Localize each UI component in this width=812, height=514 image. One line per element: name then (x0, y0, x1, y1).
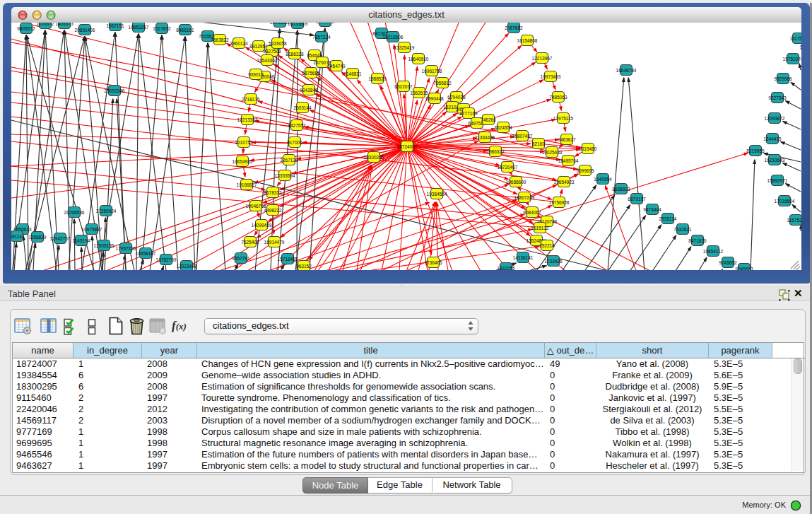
svg-text:963152: 963152 (296, 264, 312, 269)
svg-text:10653267: 10653267 (129, 25, 149, 30)
svg-text:8466161: 8466161 (176, 28, 194, 33)
svg-text:15720407: 15720407 (498, 165, 518, 170)
svg-text:3267130: 3267130 (280, 158, 298, 163)
svg-text:10958107: 10958107 (136, 251, 156, 256)
svg-text:15892971: 15892971 (767, 178, 788, 183)
svg-text:19166827: 19166827 (237, 182, 257, 187)
svg-text:9242848: 9242848 (300, 88, 318, 93)
svg-text:8938923: 8938923 (612, 187, 630, 192)
svg-text:7625402: 7625402 (241, 240, 259, 245)
svg-text:1736465: 1736465 (424, 260, 442, 265)
svg-text:19218506: 19218506 (383, 35, 404, 40)
svg-text:7955812: 7955812 (433, 81, 452, 86)
svg-text:6990448: 6990448 (425, 96, 444, 101)
svg-text:7485063: 7485063 (549, 95, 567, 100)
svg-text:16914479: 16914479 (264, 240, 285, 245)
svg-text:15751074: 15751074 (783, 57, 801, 62)
svg-text:1832055: 1832055 (497, 266, 515, 271)
svg-text:7663822: 7663822 (211, 37, 229, 42)
svg-text:9777169: 9777169 (459, 111, 478, 116)
svg-text:1156829: 1156829 (29, 235, 47, 240)
svg-text:19756928: 19756928 (549, 200, 570, 205)
svg-text:16961758: 16961758 (422, 69, 442, 74)
svg-text:746266: 746266 (481, 117, 496, 122)
svg-text:1733426: 1733426 (544, 259, 563, 264)
svg-text:9084067: 9084067 (523, 210, 541, 215)
svg-text:1640954: 1640954 (594, 177, 612, 182)
svg-text:1167533: 1167533 (787, 218, 801, 223)
svg-text:9146821: 9146821 (343, 71, 362, 76)
svg-text:9327503: 9327503 (263, 49, 281, 54)
svg-text:3960124: 3960124 (230, 41, 248, 46)
svg-text:1603381: 1603381 (316, 23, 334, 24)
svg-text:62160: 62160 (532, 141, 545, 146)
svg-text:10654935: 10654935 (233, 159, 253, 164)
svg-text:9463627: 9463627 (558, 137, 576, 142)
svg-text:1588520: 1588520 (368, 76, 387, 81)
svg-text:10654112: 10654112 (703, 249, 724, 254)
svg-text:9427552: 9427552 (288, 123, 306, 128)
svg-text:252214: 252214 (539, 243, 555, 248)
svg-text:9474444: 9474444 (643, 207, 661, 212)
svg-text:16154808: 16154808 (517, 38, 538, 43)
svg-text:391141: 391141 (11, 234, 25, 239)
svg-text:9227343: 9227343 (768, 95, 787, 100)
svg-text:20691406: 20691406 (75, 28, 95, 33)
svg-text:19654923: 19654923 (554, 180, 575, 185)
svg-text:12505135: 12505135 (94, 243, 114, 248)
svg-text:18724007: 18724007 (397, 144, 418, 149)
svg-text:18640910: 18640910 (408, 57, 429, 62)
svg-text:12213967: 12213967 (532, 56, 553, 61)
svg-text:9657791: 9657791 (232, 256, 250, 261)
svg-text:8186328: 8186328 (286, 52, 304, 57)
svg-text:18807249: 18807249 (514, 195, 535, 200)
svg-text:20206536: 20206536 (64, 210, 85, 215)
svg-text:7632621: 7632621 (673, 227, 692, 232)
svg-text:10688609: 10688609 (506, 180, 526, 185)
svg-text:6879197: 6879197 (628, 197, 646, 201)
svg-text:7857224: 7857224 (312, 35, 331, 40)
svg-text:16782759: 16782759 (156, 257, 177, 262)
svg-text:1362615: 1362615 (410, 90, 428, 95)
svg-text:10543362: 10543362 (257, 58, 278, 63)
svg-text:14136141: 14136141 (513, 255, 534, 260)
svg-text:13353594: 13353594 (275, 173, 295, 178)
svg-text:1117533: 1117533 (790, 36, 801, 41)
svg-text:8678332: 8678332 (264, 190, 282, 195)
svg-text:1244415: 1244415 (763, 136, 782, 141)
svg-text:6322037: 6322037 (394, 84, 413, 89)
svg-text:10807487: 10807487 (512, 134, 533, 139)
svg-text:12023448: 12023448 (177, 264, 197, 269)
svg-text:6794028: 6794028 (447, 95, 466, 100)
svg-text:17957225: 17957225 (116, 246, 136, 251)
svg-text:16210643: 16210643 (765, 158, 785, 163)
svg-text:2718176: 2718176 (242, 97, 260, 102)
svg-text:1615132: 1615132 (531, 226, 549, 230)
svg-text:2603144: 2603144 (293, 105, 312, 110)
svg-text:12975115: 12975115 (553, 116, 574, 121)
svg-text:9329966: 9329966 (774, 76, 792, 81)
svg-text:29053346: 29053346 (105, 88, 125, 93)
svg-text:10975887: 10975887 (82, 227, 102, 232)
svg-text:12942757: 12942757 (50, 236, 71, 241)
svg-text:18495764: 18495764 (558, 158, 579, 163)
svg-text:9405572: 9405572 (17, 26, 35, 31)
svg-text:12093872: 12093872 (765, 116, 785, 121)
svg-text:1010755: 1010755 (235, 140, 253, 145)
svg-text:18300295: 18300295 (364, 155, 384, 160)
svg-text:1405573: 1405573 (55, 23, 73, 26)
svg-text:16648784: 16648784 (616, 68, 637, 73)
svg-text:5875685: 5875685 (302, 71, 320, 76)
svg-text:9245653: 9245653 (735, 267, 753, 271)
svg-text:16033809: 16033809 (288, 23, 308, 26)
svg-text:8215955: 8215955 (746, 148, 765, 153)
svg-text:19384554: 19384554 (427, 192, 447, 197)
svg-text:939013: 939013 (248, 72, 264, 77)
svg-text:9115460: 9115460 (579, 146, 597, 151)
svg-text:17016504: 17016504 (775, 199, 795, 204)
svg-text:14099459: 14099459 (252, 223, 272, 228)
svg-text:1105572: 1105572 (37, 23, 54, 26)
svg-text:12213363: 12213363 (237, 117, 258, 122)
svg-text:15716485: 15716485 (278, 257, 298, 262)
svg-text:8912954: 8912954 (249, 44, 268, 49)
